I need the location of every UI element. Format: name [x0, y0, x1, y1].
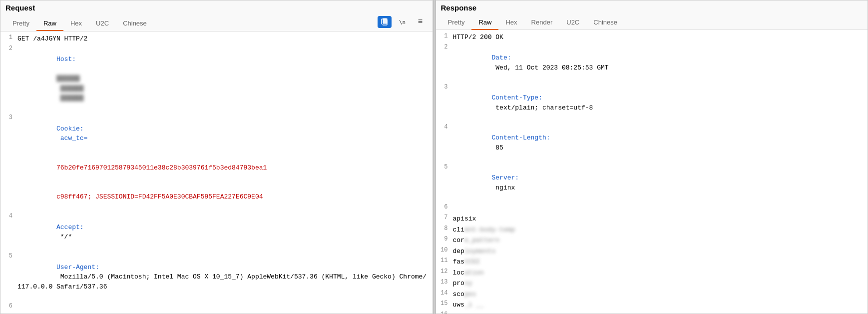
request-line-2: 2 Host: ██████ ██████ ██████ [0, 44, 433, 114]
request-line-4: 4 Accept: */* [0, 212, 433, 252]
request-title: Request [5, 4, 428, 14]
menu-icon[interactable]: ≡ [414, 16, 428, 28]
request-tabs: Pretty Raw Hex U2C Chinese \n [5, 14, 428, 31]
response-line-9: 9 core_pattern [436, 235, 868, 246]
tab-response-u2c[interactable]: U2C [559, 16, 586, 30]
response-tabs: Pretty Raw Hex Render U2C Chinese [441, 14, 863, 30]
response-line-5: 5 Server: nginx [436, 163, 868, 203]
copy-icon[interactable] [378, 16, 392, 28]
tab-response-chinese[interactable]: Chinese [586, 16, 624, 30]
response-line-14: 14 scopes [436, 289, 868, 300]
response-line-15: 15 uws_i __ [436, 300, 868, 310]
response-line-4: 4 Content-Length: 85 [436, 123, 868, 163]
response-panel: Response Pretty Raw Hex Render U2C Chine… [435, 0, 868, 314]
request-toolbar: \n ≡ [378, 16, 428, 31]
tab-request-hex[interactable]: Hex [63, 18, 89, 31]
newline-icon[interactable]: \n [396, 16, 410, 28]
response-line-2: 2 Date: Wed, 11 Oct 2023 08:25:53 GMT [436, 43, 868, 83]
request-line-5: 5 User-Agent: Mozilla/5.0 (Macintosh; In… [0, 252, 433, 302]
request-line-1: 1 GET /a4JGYN HTTP/2 [0, 34, 433, 44]
response-line-3: 3 Content-Type: text/plain; charset=utf-… [436, 83, 868, 123]
response-line-8: 8 client-body-temp [436, 224, 868, 236]
response-line-12: 12 location [436, 268, 868, 278]
response-line-1: 1 HTTP/2 200 OK [436, 32, 868, 43]
request-code: 1 GET /a4JGYN HTTP/2 2 Host: ██████ ████… [0, 34, 433, 314]
request-header: Request Pretty Raw Hex U2C Chinese [0, 0, 433, 32]
response-header: Response Pretty Raw Hex Render U2C Chine… [436, 0, 868, 30]
response-title: Response [441, 4, 863, 14]
tab-response-render[interactable]: Render [524, 16, 560, 30]
response-line-16: 16 [436, 310, 868, 314]
request-line-3: 3 Cookie: acw_tc= 76b20fe716970125879345… [0, 114, 433, 212]
response-line-10: 10 deployments [436, 246, 868, 257]
response-line-7: 7 apisix [436, 214, 868, 224]
tab-request-u2c[interactable]: U2C [89, 18, 116, 31]
response-content: 1 HTTP/2 200 OK 2 Date: Wed, 11 Oct 2023… [436, 30, 868, 314]
response-line-11: 11 fastCGI [436, 256, 868, 268]
request-line-6: 6 Sec-Fetch-Site: cross-site [0, 302, 433, 314]
request-content: 1 GET /a4JGYN HTTP/2 2 Host: ██████ ████… [0, 32, 433, 314]
response-line-6: 6 [436, 203, 868, 214]
tab-request-raw[interactable]: Raw [36, 18, 63, 31]
tab-request-pretty[interactable]: Pretty [5, 18, 36, 31]
tab-request-chinese[interactable]: Chinese [116, 18, 154, 31]
request-panel: Request Pretty Raw Hex U2C Chinese [0, 0, 433, 314]
tab-response-pretty[interactable]: Pretty [441, 16, 472, 30]
tab-response-raw[interactable]: Raw [471, 16, 498, 30]
tab-response-hex[interactable]: Hex [498, 16, 524, 30]
response-line-13: 13 proxy [436, 278, 868, 289]
response-code: 1 HTTP/2 200 OK 2 Date: Wed, 11 Oct 2023… [436, 32, 868, 314]
